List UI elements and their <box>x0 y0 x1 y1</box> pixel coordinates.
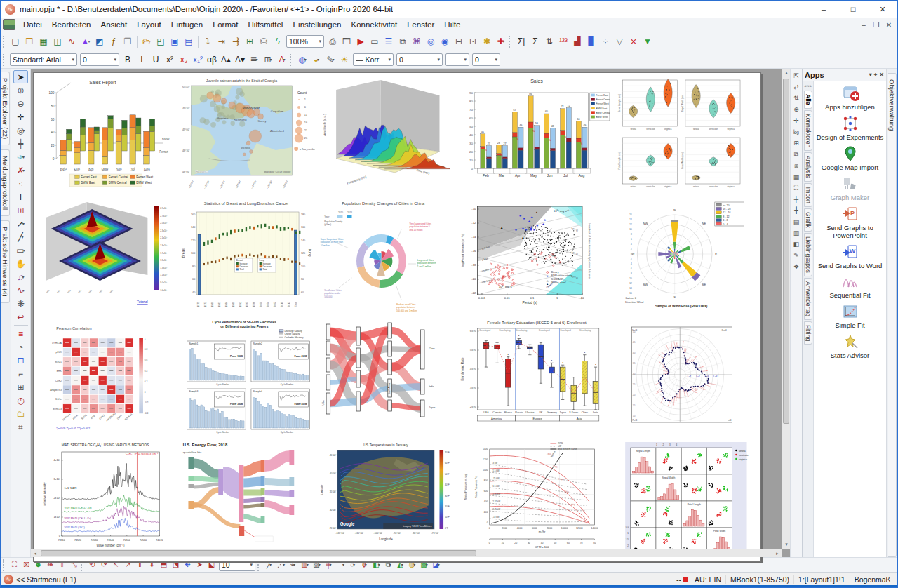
thumbnail-scatter-matrix[interactable]: Sepal LengthSepal WidthPetal LengthPetal… <box>613 438 750 557</box>
screen-reader-icon[interactable]: ◎▾ <box>13 123 28 137</box>
subscript-icon[interactable]: x₂ <box>177 53 191 67</box>
number-format-icon[interactable]: ¹²³ <box>556 35 570 48</box>
app-item-word[interactable]: WSend Graphs to Word <box>815 243 885 270</box>
zoom-off-icon[interactable]: ⛝ <box>20 559 32 571</box>
thumbnail-fan-curves[interactable]: 1400120010008006003 kW1.5 kW.75 kW1.5 kW… <box>455 438 610 557</box>
app-item-add-app[interactable]: Apps hinzufügen <box>815 84 885 112</box>
line-tool-icon[interactable]: ╱▾ <box>13 230 28 243</box>
import-multiple-icon[interactable]: ⇶ <box>229 35 243 48</box>
menu-fenster[interactable]: Fenster <box>402 19 439 30</box>
polar-tool-icon[interactable]: ◔ <box>13 340 28 354</box>
apps-tab-grafik[interactable]: Grafik <box>804 208 812 232</box>
status-active-layout[interactable]: 1:[Layout1]1!1 <box>793 575 850 584</box>
menu-bearbeiten[interactable]: Bearbeiten <box>47 19 96 30</box>
project-explorer-icon[interactable]: ⌘ <box>410 35 424 48</box>
thumbnail-violin-matrix[interactable]: setosaversicolorvirginicaSepal Length (c… <box>613 76 750 195</box>
apps-tab-lieblingsapps[interactable]: Lieblingsapps <box>804 233 812 276</box>
new-workbook-icon[interactable]: ▦ <box>36 35 51 48</box>
insert-graph-icon[interactable]: ♫▾ <box>13 270 28 283</box>
rescale-x-icon[interactable]: ⇄ <box>791 81 802 93</box>
thumbnail-education-boxes[interactable]: Female Tertiary Education (ISCED 5 and 6… <box>455 317 610 436</box>
thumbnail-cancer-stats[interactable]: Statistics of Breast and Lung/Bronchus C… <box>175 196 314 316</box>
app-center-icon[interactable]: ✱ <box>480 35 494 48</box>
rgb-lines-icon[interactable]: ≡ <box>13 327 28 340</box>
text-tool-icon[interactable]: T <box>13 190 28 203</box>
add-axis-icon[interactable]: ╋ <box>791 205 802 216</box>
menu-ansicht[interactable]: Ansicht <box>95 19 132 30</box>
italic-icon[interactable]: I <box>135 53 149 67</box>
maximize-button[interactable]: □ <box>838 1 868 18</box>
grid-settings-icon[interactable]: ⊞ <box>13 380 28 394</box>
open-excel-icon[interactable]: ◰ <box>154 35 168 48</box>
new-color-icon[interactable]: ◧ <box>791 239 802 250</box>
axis-dialog-icon[interactable]: ┼ <box>791 194 802 205</box>
menu-format[interactable]: Format <box>208 19 243 30</box>
print-icon[interactable]: ⎙ <box>326 35 340 48</box>
thumbnail-pearson-heatmap[interactable]: Pearson CorrelationDYRK1ADYRK1ApELKpELKS… <box>36 317 172 436</box>
log-scale-icon[interactable]: ㏒ <box>791 126 802 138</box>
legend-icon[interactable]: ▤ <box>791 216 802 227</box>
menu-hilfe[interactable]: Hilfe <box>439 19 465 30</box>
bold-icon[interactable]: B <box>121 53 135 67</box>
recalculate-icon[interactable]: ϟ <box>271 35 285 48</box>
status-start-menu[interactable]: << Startmenü (F1) <box>16 575 76 584</box>
apps-pin-icon[interactable]: ⌖ <box>874 72 878 79</box>
merge-graph-icon[interactable]: ⧉ <box>791 149 802 160</box>
toolbar-grip[interactable] <box>509 36 512 48</box>
new-excel-icon[interactable]: ◫ <box>51 35 65 48</box>
slide-show-icon[interactable]: ▭ <box>368 35 382 48</box>
line-style-combo[interactable]: — Korr▾ <box>353 53 394 66</box>
underline-icon[interactable]: U <box>149 53 163 67</box>
apps-tab-anwendertag[interactable]: Anwendertag <box>804 278 812 320</box>
thumbnail-us-temperatures[interactable]: US Temperatures in JanuaryGoogleImagery … <box>318 438 452 557</box>
brightness-icon[interactable]: ☀ <box>337 53 351 67</box>
insert-object-icon[interactable]: ❋ <box>13 297 28 310</box>
fit-page-icon[interactable]: ⛶ <box>791 182 802 194</box>
import-ascii-icon[interactable]: ⇥ <box>215 35 229 48</box>
vertical-scrollbar[interactable]: ▴▾ <box>782 69 790 549</box>
menu-konnektivität[interactable]: Konnektivität <box>346 19 402 30</box>
mdi-restore-button[interactable]: ❐ <box>871 21 882 29</box>
add-app-icon[interactable]: ✚▾ <box>494 35 508 48</box>
horizontal-scrollbar[interactable]: ◂▸ <box>31 549 782 557</box>
filter-icon[interactable]: ▽ <box>612 35 626 48</box>
font-color-icon[interactable]: A▾ <box>275 53 289 67</box>
thumbnail-alluvial-diagram[interactable]: USASouth AfricaChinaIndiaJapan <box>318 317 452 436</box>
histogram-icon[interactable]: ▊ <box>584 35 598 48</box>
toolbar-grip[interactable] <box>3 36 6 48</box>
find-next-icon[interactable]: ◉ <box>438 35 452 48</box>
tab-objektverwaltung[interactable]: Objektverwaltung <box>888 73 897 557</box>
font-name-combo[interactable]: Standard: Arial▾ <box>10 53 77 66</box>
tab-praktische-hinweise[interactable]: Praktische Hinweise (4) <box>1 220 10 303</box>
import-wizard-icon[interactable]: ⤵ <box>201 35 215 48</box>
increase-font-icon[interactable]: A▴ <box>219 53 233 67</box>
graph-settings-icon[interactable]: ⊟ <box>13 354 28 367</box>
thumbnail-volcano-surfaces[interactable]: 1E01E11E21E31E41E51E62.9x10²2.7x10²2.5x1… <box>36 196 172 316</box>
toolbar-grip[interactable] <box>3 559 6 571</box>
app-item-stats-advisor[interactable]: Stats Advisor <box>815 333 885 360</box>
pencil-icon[interactable]: ✎▾ <box>323 53 337 67</box>
axis-settings-icon[interactable]: ⌐ <box>13 367 28 380</box>
rescale-y-icon[interactable]: ⇅ <box>791 93 802 104</box>
pan-axis-icon[interactable]: ✛ <box>791 115 802 126</box>
save-project-icon[interactable]: ▣ <box>168 35 182 48</box>
new-matrix-icon[interactable]: ◩ <box>93 35 107 48</box>
fill-combo[interactable]: ▾ <box>445 53 469 66</box>
new-project-icon[interactable]: ▢ <box>8 35 22 48</box>
duplicate-window-icon[interactable]: ⧉ <box>396 35 410 48</box>
data-reader-icon[interactable]: ┿ <box>13 137 28 150</box>
matrix-browser-icon[interactable]: ⊡ <box>466 35 480 48</box>
zoom-level-combo[interactable]: 100%▾ <box>286 35 324 48</box>
app-item-simple-fit[interactable]: Simple Fit <box>815 302 885 330</box>
menu-einstellungen[interactable]: Einstellungen <box>288 19 346 30</box>
pattern-color-icon[interactable]: ◒▾ <box>309 53 323 67</box>
border-width-combo[interactable]: 0▾ <box>472 53 500 66</box>
pan-tool-icon[interactable]: ✛ <box>13 110 28 123</box>
status-active-book[interactable]: MBook1(1-85750) <box>725 575 793 584</box>
sort-icon[interactable]: ⇅ <box>542 35 556 48</box>
print-preview-icon[interactable]: 🗔 <box>340 35 354 48</box>
mdi-minimize-button[interactable]: – <box>858 21 869 29</box>
save-template-icon[interactable]: ▤ <box>182 35 196 48</box>
import-db-icon[interactable]: ⛁ <box>257 35 271 48</box>
folder-export-icon[interactable]: 🗀 <box>13 407 28 420</box>
